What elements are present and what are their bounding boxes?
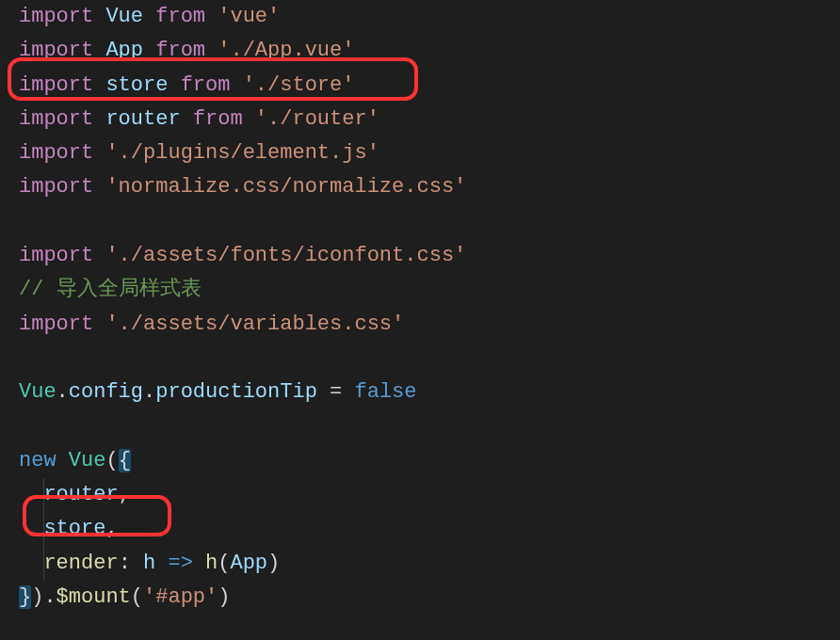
punctuation: ).: [31, 585, 56, 609]
string-literal: 'normalize.css/normalize.css': [105, 175, 466, 199]
keyword: import: [19, 175, 93, 199]
code-line[interactable]: import App from './App.vue': [19, 34, 840, 68]
class-name: Vue: [69, 449, 106, 472]
punctuation: .: [57, 380, 69, 404]
string-literal: './plugins/element.js': [105, 141, 379, 165]
code-line[interactable]: import router from './router': [19, 103, 840, 136]
string-literal: 'vue': [218, 5, 280, 28]
keyword: import: [19, 244, 93, 267]
punctuation: ): [267, 552, 280, 575]
keyword: from: [193, 107, 243, 131]
string-literal: './assets/fonts/iconfont.css': [105, 244, 466, 267]
punctuation: (: [218, 552, 230, 575]
string-literal: './assets/variables.css': [105, 312, 404, 336]
punctuation: (: [131, 585, 143, 609]
code-line[interactable]: import 'normalize.css/normalize.css': [19, 170, 840, 204]
keyword: import: [19, 141, 93, 165]
class-name: Vue: [19, 380, 57, 404]
code-line[interactable]: store,: [19, 512, 840, 546]
punctuation: (: [105, 449, 118, 472]
function-call: $mount: [57, 585, 131, 609]
punctuation: ,: [119, 483, 131, 506]
code-line[interactable]: render: h => h(App): [19, 547, 840, 581]
punctuation: ): [218, 585, 230, 609]
function-call: h: [205, 552, 218, 575]
property: router: [43, 483, 118, 506]
keyword: import: [19, 5, 93, 28]
indent-guide: [43, 547, 44, 581]
string-literal: '#app': [143, 585, 218, 609]
brace-match: {: [119, 449, 131, 472]
code-line[interactable]: new Vue({: [19, 444, 840, 478]
code-line[interactable]: router,: [19, 478, 840, 512]
code-line-comment[interactable]: // 导入全局样式表: [19, 273, 840, 307]
code-line[interactable]: Vue.config.productionTip = false: [19, 376, 840, 409]
property: config: [69, 380, 143, 404]
punctuation: :: [119, 552, 143, 575]
punctuation: ,: [105, 517, 118, 540]
keyword: from: [155, 5, 205, 28]
keyword: import: [19, 107, 93, 131]
keyword: import: [19, 39, 93, 62]
string-literal: './router': [255, 107, 380, 131]
code-line[interactable]: }).$mount('#app'): [19, 581, 840, 615]
keyword: new: [19, 449, 57, 472]
identifier: router: [105, 107, 180, 131]
keyword: import: [19, 73, 93, 97]
comment: // 导入全局样式表: [19, 278, 202, 301]
punctuation: .: [143, 380, 155, 404]
arrow: =>: [155, 552, 205, 575]
property: render: [43, 552, 118, 575]
property: productionTip: [155, 380, 317, 404]
identifier: App: [230, 552, 267, 575]
code-line-empty[interactable]: [19, 205, 840, 239]
code-line[interactable]: import './assets/variables.css': [19, 308, 840, 342]
code-editor[interactable]: import Vue from 'vue' import App from '.…: [0, 0, 840, 615]
brace-match: }: [19, 585, 31, 609]
code-line[interactable]: import store from './store': [19, 69, 840, 103]
keyword: from: [181, 73, 231, 97]
parameter: h: [143, 552, 155, 575]
string-literal: './store': [243, 73, 355, 97]
code-line[interactable]: import './assets/fonts/iconfont.css': [19, 239, 840, 273]
identifier: Vue: [105, 5, 143, 28]
code-line[interactable]: import './plugins/element.js': [19, 136, 840, 170]
boolean: false: [354, 380, 416, 404]
string-literal: './App.vue': [218, 39, 354, 62]
operator: =: [317, 380, 355, 404]
code-line[interactable]: import Vue from 'vue': [19, 0, 840, 34]
identifier: store: [105, 73, 168, 97]
code-line-empty[interactable]: [19, 342, 840, 376]
code-line-empty[interactable]: [19, 410, 840, 444]
keyword: from: [155, 39, 205, 62]
indent-guide: [43, 512, 44, 546]
property: store: [43, 517, 105, 540]
identifier: App: [105, 39, 143, 62]
keyword: import: [19, 312, 93, 336]
indent-guide: [43, 478, 44, 512]
